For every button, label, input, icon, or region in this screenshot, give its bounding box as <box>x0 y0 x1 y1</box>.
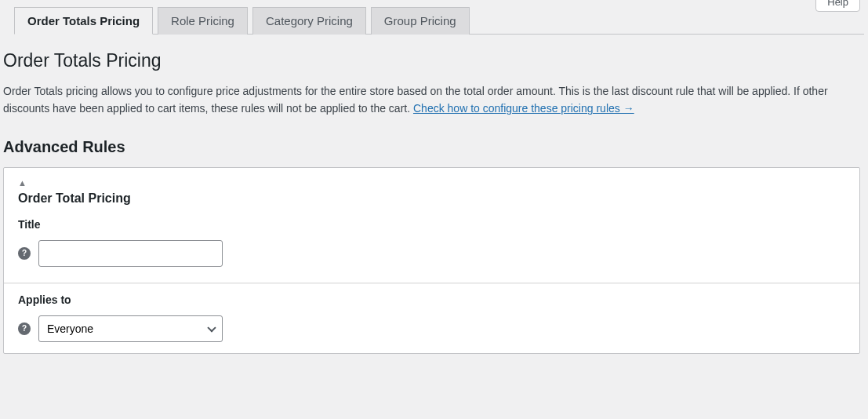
panel-title: Order Total Pricing <box>4 188 859 218</box>
main-content: Order Totals Pricing Order Totals pricin… <box>0 35 868 354</box>
panel-collapse-toggle[interactable]: ▲ <box>4 168 859 188</box>
applies-to-row: Applies to ? Everyone <box>4 283 859 353</box>
tab-category-pricing[interactable]: Category Pricing <box>252 7 366 35</box>
tab-order-totals-pricing[interactable]: Order Totals Pricing <box>14 7 153 35</box>
advanced-rules-heading: Advanced Rules <box>3 138 865 156</box>
help-button[interactable]: Help <box>815 0 860 12</box>
title-row: Title ? <box>4 218 859 278</box>
help-icon[interactable]: ? <box>18 247 31 260</box>
help-icon[interactable]: ? <box>18 322 31 335</box>
tabs-nav: Order Totals Pricing Role Pricing Catego… <box>14 0 864 35</box>
title-label: Title <box>18 218 845 231</box>
page-title: Order Totals Pricing <box>3 50 865 71</box>
configure-rules-link[interactable]: Check how to configure these pricing rul… <box>413 102 634 115</box>
triangle-up-icon: ▲ <box>18 178 27 188</box>
applies-to-label: Applies to <box>18 293 845 306</box>
applies-to-select[interactable]: Everyone <box>38 315 223 342</box>
rule-panel: ▲ Order Total Pricing Title ? Applies to… <box>3 167 860 354</box>
page-description: Order Totals pricing allows you to confi… <box>3 82 865 118</box>
title-input[interactable] <box>38 240 223 267</box>
tab-role-pricing[interactable]: Role Pricing <box>158 7 248 35</box>
tab-group-pricing[interactable]: Group Pricing <box>371 7 470 35</box>
